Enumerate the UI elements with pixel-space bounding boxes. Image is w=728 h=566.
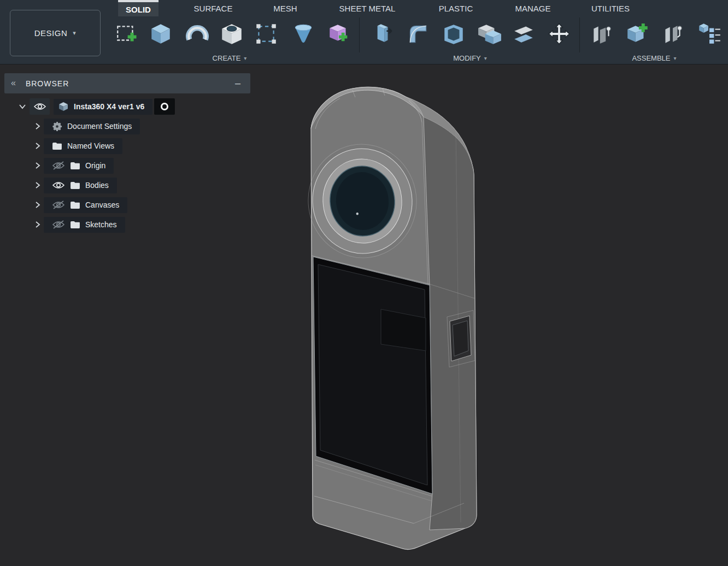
browser-title: BROWSER — [26, 79, 69, 88]
folder-icon — [70, 162, 80, 170]
named-views-item[interactable]: Named Views — [44, 138, 122, 154]
folder-icon — [70, 201, 80, 209]
eye-visible-icon — [52, 181, 65, 190]
tab-solid[interactable]: SOLID — [118, 0, 158, 16]
chevron-collapsed-icon[interactable] — [32, 221, 44, 228]
chevron-collapsed-icon[interactable] — [32, 181, 44, 189]
box-primitive-button[interactable] — [251, 18, 281, 50]
gear-icon — [52, 121, 62, 132]
browser-header: « BROWSER – — [4, 73, 250, 93]
new-component-button[interactable] — [623, 18, 653, 50]
loft-icon — [291, 21, 316, 46]
chevron-collapsed-icon[interactable] — [32, 162, 44, 169]
modify-menu[interactable]: MODIFY ▾ — [453, 54, 487, 62]
move-copy-button[interactable] — [544, 18, 574, 50]
tab-manage[interactable]: MANAGE — [507, 0, 558, 16]
tree-row-canvases: Canvases — [32, 195, 250, 215]
revolve-icon — [185, 21, 210, 46]
tab-surface[interactable]: SURFACE — [186, 0, 240, 16]
joint-icon — [660, 21, 685, 46]
sketches-item[interactable]: Sketches — [44, 217, 125, 233]
tab-plastic[interactable]: PLASTIC — [431, 0, 481, 16]
fillet-button[interactable] — [402, 18, 433, 50]
component-cube-icon — [58, 101, 69, 112]
combine-button[interactable] — [474, 18, 505, 50]
shell-button[interactable] — [438, 18, 469, 50]
chevron-down-icon: ▾ — [484, 55, 487, 61]
folder-icon — [52, 142, 62, 150]
camera-model[interactable] — [302, 87, 477, 549]
joint-origin-icon — [590, 21, 615, 46]
root-component-label: Insta360 X4 ver1 v6 — [74, 102, 144, 111]
bodies-item[interactable]: Bodies — [44, 178, 117, 193]
split-body-button[interactable] — [508, 18, 539, 50]
eye-hidden-icon — [52, 161, 65, 170]
visibility-toggle[interactable] — [52, 181, 65, 190]
collapse-panel-icon[interactable]: « — [4, 78, 19, 89]
create-form-button[interactable] — [324, 18, 355, 50]
browser-panel: « BROWSER – — [4, 73, 250, 234]
tree-row-document-settings: Document Settings — [32, 116, 250, 136]
split-body-icon — [511, 21, 536, 46]
eye-visible-icon — [33, 102, 46, 111]
create-sketch-button[interactable] — [112, 18, 143, 50]
bill-of-materials-icon — [697, 21, 722, 46]
tab-sheet-metal[interactable]: SHEET METAL — [332, 0, 403, 16]
chevron-expanded-icon[interactable] — [16, 103, 28, 110]
shell-icon — [441, 21, 466, 46]
root-component-item[interactable]: Insta360 X4 ver1 v6 — [54, 99, 152, 115]
press-pull-button[interactable] — [367, 18, 397, 50]
chevron-collapsed-icon[interactable] — [32, 122, 44, 130]
tree-row-named-views: Named Views — [32, 136, 250, 156]
design-menu-button[interactable]: DESIGN ▾ — [10, 10, 101, 56]
minimize-panel-button[interactable]: – — [225, 78, 250, 89]
joint-origin-button[interactable] — [587, 18, 618, 50]
visibility-toggle[interactable] — [52, 201, 65, 209]
component-color-swatch[interactable] — [154, 98, 175, 115]
browser-tree: Insta360 X4 ver1 v6 Document Settings — [4, 97, 250, 234]
chevron-down-icon: ▾ — [674, 55, 677, 61]
tab-utilities[interactable]: UTILITIES — [584, 0, 637, 16]
design-label: DESIGN — [34, 28, 68, 38]
chevron-collapsed-icon[interactable] — [32, 201, 44, 209]
loft-button[interactable] — [288, 18, 319, 50]
tab-mesh[interactable]: MESH — [266, 0, 304, 16]
visibility-toggle[interactable] — [52, 161, 65, 170]
chevron-collapsed-icon[interactable] — [32, 142, 44, 150]
tree-row-sketches: Sketches — [32, 215, 250, 234]
visibility-toggle[interactable] — [52, 220, 65, 229]
eye-hidden-icon — [52, 220, 65, 229]
revolve-button[interactable] — [182, 18, 213, 50]
hole-button[interactable] — [216, 18, 247, 50]
visibility-toggle[interactable] — [30, 98, 50, 115]
extrude-icon — [148, 21, 173, 46]
bill-of-materials-button[interactable] — [694, 18, 725, 50]
viewport-canvas[interactable]: « BROWSER – — [0, 64, 728, 566]
canvases-item[interactable]: Canvases — [44, 197, 127, 213]
fillet-icon — [405, 21, 430, 46]
new-component-icon — [625, 21, 650, 46]
folder-icon — [70, 221, 80, 229]
box-primitive-icon — [254, 21, 279, 46]
joint-button[interactable] — [657, 18, 688, 50]
toolbar-separator — [579, 17, 580, 52]
color-ring-icon — [161, 103, 168, 110]
chevron-down-icon: ▾ — [73, 30, 76, 37]
eye-hidden-icon — [52, 201, 65, 209]
document-settings-item[interactable]: Document Settings — [44, 119, 140, 134]
tree-row-origin: Origin — [32, 156, 250, 175]
assemble-menu[interactable]: ASSEMBLE ▾ — [632, 54, 676, 62]
toolbar: DESIGN ▾ SOLID SURFACE MESH SHEET METAL … — [0, 0, 728, 64]
create-menu[interactable]: CREATE ▾ — [213, 54, 247, 62]
folder-icon — [70, 181, 80, 190]
hole-icon — [219, 21, 244, 46]
origin-item[interactable]: Origin — [44, 158, 114, 174]
chevron-down-icon: ▾ — [244, 55, 246, 61]
create-sketch-icon — [115, 21, 140, 46]
press-pull-icon — [369, 21, 395, 46]
create-form-icon — [327, 21, 352, 46]
toolbar-separator — [359, 17, 360, 52]
tree-row-root: Insta360 X4 ver1 v6 — [16, 97, 250, 116]
combine-icon — [477, 21, 502, 46]
extrude-button[interactable] — [145, 18, 176, 50]
